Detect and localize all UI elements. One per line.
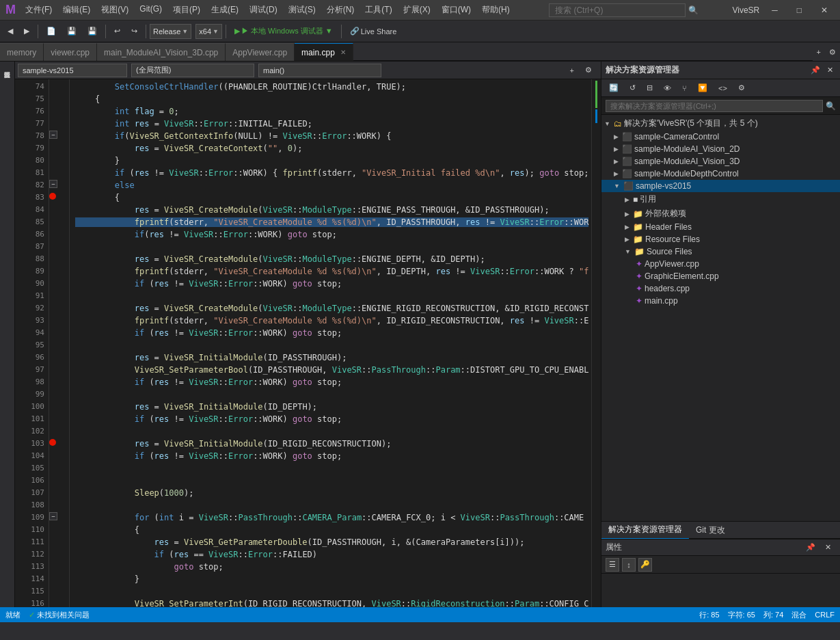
solution-explorer-close-button[interactable]: ✕ [824, 65, 836, 75]
solution-icon: 🗂 [614, 119, 622, 129]
se-sync-button[interactable]: 🔄 [604, 81, 623, 95]
code-editor[interactable]: SetConsoleCtrlHandler((PHANDLER_ROUTINE)… [70, 79, 591, 607]
tree-item-ai3d[interactable]: ▶ ⬛ sample-ModuleAI_Vision_3D [601, 155, 840, 168]
se-code-button[interactable]: <> [714, 81, 732, 95]
se-settings-button[interactable]: ⚙ [733, 81, 750, 95]
se-collapse-button[interactable]: ⊟ [642, 81, 658, 95]
gutter-78: − [49, 129, 69, 141]
live-share-button[interactable]: 🔗 Live Share [345, 24, 402, 38]
tree-item-resources[interactable]: ▶ 📁 Resource Files [601, 233, 840, 245]
tab-appviewer[interactable]: AppViewer.cpp [226, 43, 295, 61]
prop-sort-button[interactable]: ↕ [622, 558, 636, 572]
editor-options-btn[interactable]: ⚙ [580, 63, 597, 77]
status-crlf[interactable]: CRLF [815, 611, 835, 619]
collapse-icon-82[interactable]: − [49, 180, 57, 188]
tab-close-icon[interactable]: ✕ [340, 49, 346, 56]
collapse-icon-109[interactable]: − [49, 512, 57, 520]
tab-memory[interactable]: memory [0, 43, 44, 61]
breakpoint-103[interactable] [49, 439, 56, 446]
tree-item-vs2015[interactable]: ▼ ⬛ sample-vs2015 [601, 180, 840, 192]
tab-options-button[interactable]: ⚙ [825, 43, 840, 61]
gutter-96 [49, 350, 69, 362]
status-col[interactable]: 字符: 65 [728, 610, 755, 620]
minimize-button[interactable]: ─ [765, 3, 785, 18]
status-mixed[interactable]: 混合 [791, 610, 807, 620]
menu-tools[interactable]: 工具(T) [360, 1, 397, 18]
run-button[interactable]: ▶ ▶ 本地 Windows 调试器 ▼ [230, 23, 338, 39]
sidebar-solution-icon[interactable]: 团队资源管理器 [0, 64, 15, 70]
se-git-button[interactable]: ⑂ [677, 81, 692, 95]
properties-title: 属性 [606, 542, 622, 553]
tree-item-camera[interactable]: ▶ ⬛ sample-CameraControl [601, 131, 840, 143]
tab-main-module[interactable]: main_ModuleAI_Vision_3D.cpp [97, 43, 226, 61]
collapse-icon-78[interactable]: − [49, 131, 57, 139]
tree-item-appviewer[interactable]: ✦ AppViewer.cpp [601, 258, 840, 270]
properties-pin-button[interactable]: 📌 [801, 540, 820, 555]
global-search-input[interactable] [549, 3, 686, 17]
expand-solution-icon: ▼ [604, 120, 610, 127]
tab-viewer-cpp[interactable]: viewer.cpp [44, 43, 97, 61]
titlebar-center: 🔍 [549, 3, 699, 17]
app-title: ViveSR [732, 5, 759, 15]
menu-analyze[interactable]: 分析(N) [321, 1, 360, 18]
tree-item-headers-cpp[interactable]: ✦ headers.cpp [601, 282, 840, 295]
nav-back-button[interactable]: ◀ [3, 24, 18, 38]
tree-item-depth[interactable]: ▶ ⬛ sample-ModuleDepthControl [601, 168, 840, 180]
properties-close-button[interactable]: ✕ [820, 540, 836, 555]
menu-extensions[interactable]: 扩展(X) [398, 1, 436, 18]
menu-help[interactable]: 帮助(H) [476, 1, 515, 18]
breakpoint-83[interactable] [49, 193, 56, 200]
prop-list-button[interactable]: ☰ [606, 558, 619, 572]
save-button[interactable]: 💾 [62, 24, 81, 38]
tree-item-extdeps[interactable]: ▶ 📁 外部依赖项 [601, 206, 840, 221]
save-all-button[interactable]: 💾 [83, 24, 102, 38]
expand-camera-icon: ▶ [614, 133, 619, 140]
tab-main-cpp[interactable]: main.cpp ✕ [295, 43, 353, 61]
chevron-down-icon: ▼ [182, 28, 188, 35]
nav-forward-button[interactable]: ▶ [19, 24, 34, 38]
menu-build[interactable]: 生成(E) [206, 1, 244, 18]
menu-window[interactable]: 窗口(W) [436, 1, 476, 18]
se-view-button[interactable]: 👁 [659, 81, 676, 95]
menu-file[interactable]: 文件(F) [20, 1, 57, 18]
scope-dropdown[interactable]: (全局范围) [131, 64, 254, 77]
status-row[interactable]: 行: 85 [699, 610, 719, 620]
se-filter-button[interactable]: 🔽 [693, 81, 712, 95]
tree-item-graphic[interactable]: ✦ GraphicElement.cpp [601, 270, 840, 282]
platform-dropdown[interactable]: x64 ▼ [195, 24, 222, 39]
close-button[interactable]: ✕ [814, 3, 835, 18]
bottom-tabs: 解决方案资源管理器 Git 更改 [601, 521, 840, 539]
tree-item-headers[interactable]: ▶ 📁 Header Files [601, 221, 840, 233]
menu-git[interactable]: Git(G) [134, 1, 167, 18]
solution-search-input[interactable] [606, 100, 823, 112]
minimap[interactable] [591, 79, 601, 607]
solution-explorer-pin-button[interactable]: 📌 [808, 65, 823, 75]
new-file-button[interactable]: 📄 [42, 24, 61, 38]
add-tab-button[interactable]: + [813, 43, 825, 61]
maximize-button[interactable]: □ [790, 3, 809, 18]
gutter-88 [49, 252, 69, 264]
status-line-col[interactable]: 列: 74 [763, 610, 783, 620]
file-dropdown[interactable]: sample-vs2015 [18, 64, 127, 77]
tab-solution-explorer[interactable]: 解决方案资源管理器 [601, 521, 689, 539]
tab-git-changes[interactable]: Git 更改 [689, 522, 732, 539]
func-dropdown[interactable]: main() [258, 64, 381, 77]
menu-project[interactable]: 项目(P) [167, 1, 206, 18]
menu-debug[interactable]: 调试(D) [244, 1, 283, 18]
build-config-dropdown[interactable]: Release ▼ [150, 24, 191, 39]
prop-key-button[interactable]: 🔑 [638, 558, 652, 572]
tree-item-refs[interactable]: ▶ ■ 引用 [601, 192, 840, 206]
editor-toolbar-right: + ⚙ [565, 63, 601, 77]
menu-test[interactable]: 测试(S) [283, 1, 321, 18]
tree-item-source[interactable]: ▼ 📁 Source Files [601, 245, 840, 258]
se-refresh-button[interactable]: ↺ [625, 81, 640, 95]
menu-edit[interactable]: 编辑(E) [57, 1, 96, 18]
code-area[interactable]: 7475767778798081828384858687888990919293… [15, 79, 601, 607]
menu-view[interactable]: 视图(V) [96, 1, 134, 18]
tree-item-solution[interactable]: ▼ 🗂 解决方案'ViveSR'(5 个项目，共 5 个) [601, 116, 840, 131]
add-editor-btn[interactable]: + [565, 63, 579, 77]
undo-button[interactable]: ↩ [109, 24, 125, 38]
tree-item-ai2d[interactable]: ▶ ⬛ sample-ModuleAI_Vision_2D [601, 143, 840, 155]
tree-item-main-cpp[interactable]: ✦ main.cpp [601, 295, 840, 307]
redo-button[interactable]: ↪ [126, 24, 142, 38]
